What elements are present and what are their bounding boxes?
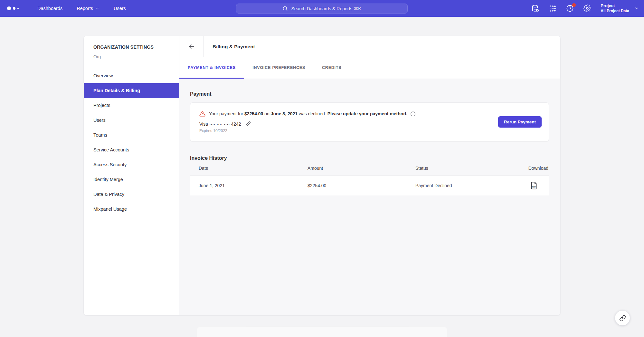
- settings-panel: ORGANIZATION SETTINGS Org Overview Plan …: [84, 36, 560, 315]
- project-label: Project: [601, 3, 629, 8]
- billing-tabs: PAYMENT & INVOICES INVOICE PREFERENCES C…: [179, 57, 560, 79]
- search-input[interactable]: Search Dashboards & Reports ⌘K: [236, 4, 408, 14]
- arrow-left-icon: [188, 43, 195, 50]
- alert-mid: on: [263, 111, 270, 116]
- alert-amount: $2254.00: [244, 111, 263, 116]
- alert-date: June 8, 2021: [271, 111, 298, 116]
- billing-content: Payment Your payment for $2254.00 on Jun…: [179, 79, 560, 315]
- billing-main: Billing & Payment PAYMENT & INVOICES INV…: [179, 36, 560, 315]
- apps-grid-icon[interactable]: [548, 4, 557, 13]
- link-icon: [619, 315, 626, 322]
- column-header-status: Status: [415, 166, 507, 171]
- org-name: Org: [93, 54, 179, 59]
- svg-text:PDF: PDF: [532, 186, 536, 188]
- card-masked-number: ···· ···· ···· 4242: [209, 121, 241, 127]
- column-header-amount: Amount: [308, 166, 415, 171]
- dock-hint: [196, 326, 448, 337]
- sidebar-item-users[interactable]: Users: [84, 113, 179, 128]
- alert-prefix: Your payment for: [209, 111, 244, 116]
- warning-triangle-icon: [199, 111, 205, 117]
- project-switcher[interactable]: Project All Project Data: [601, 3, 639, 13]
- logo-dot-large: [7, 6, 11, 10]
- alert-action: Please update your payment method.: [327, 111, 407, 116]
- card-expiry: Expires 10/2022: [199, 129, 540, 133]
- invoice-table-header: Date Amount Status Download: [190, 161, 549, 175]
- notification-dot: [572, 3, 576, 7]
- page-title: Billing & Payment: [204, 36, 255, 57]
- settings-gear-icon[interactable]: [582, 4, 592, 13]
- alert-text: Your payment for $2254.00 on June 8, 202…: [209, 111, 416, 117]
- payment-section-title: Payment: [190, 91, 549, 97]
- top-navbar: Dashboards Reports Users Search Dashboar…: [0, 0, 644, 17]
- sidebar-section-title: ORGANIZATION SETTINGS: [93, 44, 179, 50]
- mixpanel-logo[interactable]: [7, 6, 23, 10]
- tab-invoice-preferences[interactable]: INVOICE PREFERENCES: [244, 57, 314, 79]
- nav-item-label: Reports: [77, 6, 93, 11]
- sidebar-item-mixpanel-usage[interactable]: Mixpanel Usage: [84, 202, 179, 217]
- project-text: Project All Project Data: [601, 3, 629, 13]
- nav-links: Dashboards Reports Users: [30, 0, 133, 17]
- sidebar-item-projects[interactable]: Projects: [84, 98, 179, 113]
- sidebar-items: Overview Plan Details & Billing Projects…: [84, 68, 179, 217]
- chevron-down-icon: [95, 6, 99, 11]
- chevron-down-icon: [634, 6, 639, 11]
- billing-header: Billing & Payment: [179, 36, 560, 57]
- sidebar-item-identity-merge[interactable]: Identity Merge: [84, 172, 179, 187]
- column-header-download: Download: [507, 166, 549, 171]
- payment-card: Your payment for $2254.00 on June 8, 202…: [190, 102, 549, 142]
- card-brand: Visa: [199, 121, 208, 127]
- payment-method-row: Visa ···· ···· ···· 4242: [199, 121, 540, 127]
- back-button[interactable]: [179, 36, 204, 57]
- sidebar-item-teams[interactable]: Teams: [84, 128, 179, 142]
- edit-card-icon[interactable]: [245, 121, 251, 127]
- download-pdf-icon[interactable]: PDF: [531, 182, 537, 189]
- invoice-amount: $2254.00: [308, 183, 415, 188]
- nav-item-label: Users: [114, 6, 126, 11]
- card-number: Visa ···· ···· ···· 4242: [199, 121, 241, 127]
- column-header-date: Date: [190, 166, 308, 171]
- payment-declined-alert: Your payment for $2254.00 on June 8, 202…: [199, 111, 540, 117]
- sidebar-item-access-security[interactable]: Access Security: [84, 157, 179, 172]
- logo-dot-medium: [13, 7, 15, 10]
- data-management-icon[interactable]: [530, 4, 540, 13]
- sidebar-item-data-privacy[interactable]: Data & Privacy: [84, 187, 179, 202]
- tab-credits[interactable]: CREDITS: [314, 57, 350, 79]
- invoice-status: Payment Declined: [415, 183, 507, 188]
- nav-item-reports[interactable]: Reports: [70, 0, 107, 17]
- copy-link-button[interactable]: [615, 311, 630, 325]
- org-settings-sidebar: ORGANIZATION SETTINGS Org Overview Plan …: [84, 36, 179, 315]
- sidebar-item-overview[interactable]: Overview: [84, 68, 179, 83]
- search-icon: [282, 6, 288, 11]
- invoice-history-title: Invoice History: [190, 155, 549, 161]
- project-value: All Project Data: [601, 9, 629, 14]
- nav-item-dashboards[interactable]: Dashboards: [30, 0, 70, 17]
- invoice-table: Date Amount Status Download June 1, 2021…: [190, 161, 549, 196]
- search-placeholder: Search Dashboards & Reports ⌘K: [291, 6, 361, 11]
- nav-item-label: Dashboards: [37, 6, 62, 11]
- rerun-payment-button[interactable]: Rerun Payment: [498, 116, 542, 128]
- nav-item-users[interactable]: Users: [107, 0, 133, 17]
- invoice-date: June 1, 2021: [190, 183, 308, 188]
- nav-right-cluster: Project All Project Data: [526, 0, 639, 17]
- tab-payment-invoices[interactable]: PAYMENT & INVOICES: [179, 57, 244, 79]
- info-icon[interactable]: [410, 111, 416, 117]
- help-icon[interactable]: [565, 4, 575, 13]
- table-row: June 1, 2021 $2254.00 Payment Declined P…: [190, 175, 549, 196]
- sidebar-item-plan-details-billing[interactable]: Plan Details & Billing: [84, 83, 179, 98]
- sidebar-item-service-accounts[interactable]: Service Accounts: [84, 142, 179, 157]
- logo-dot-small: [17, 8, 19, 9]
- alert-suffix: was declined.: [298, 111, 327, 116]
